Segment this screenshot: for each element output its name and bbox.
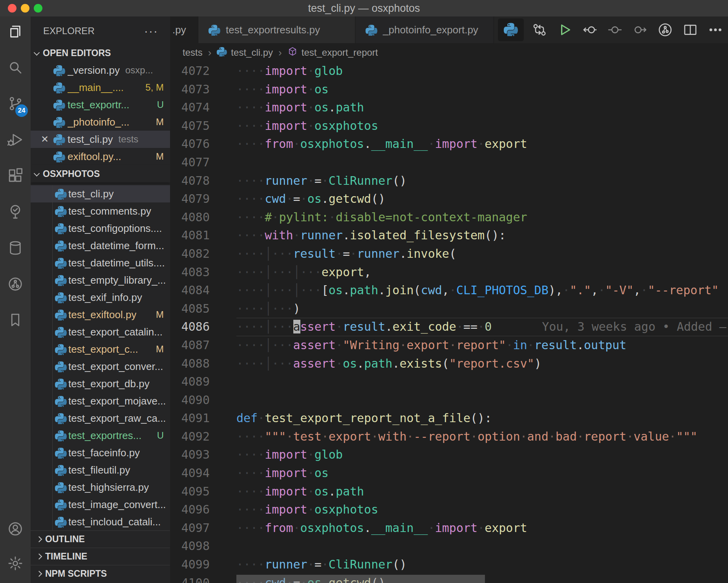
file-tree-item[interactable]: test_export_mojave... (31, 392, 170, 410)
file-tree-item[interactable]: test_fileutil.py (31, 461, 170, 479)
file-tree-item[interactable]: test_image_convert... (31, 496, 170, 513)
activity-search-icon[interactable] (6, 60, 25, 77)
code-line[interactable]: 4085····│···) (170, 300, 728, 318)
source-graph-icon[interactable] (653, 16, 678, 43)
code-line[interactable]: 4077 (170, 153, 728, 172)
file-tree-item[interactable]: test_exiftool.pyM (31, 306, 170, 323)
code-editor[interactable]: 4072····import·glob4073····import·os4074… (170, 62, 728, 583)
activity-tree-check-icon[interactable] (6, 204, 25, 221)
step-over-icon[interactable] (627, 16, 653, 43)
more-actions-icon[interactable] (703, 16, 728, 43)
minimize-window-button[interactable] (21, 4, 29, 13)
editor-tab[interactable]: test_exportresults.py (198, 16, 355, 43)
code-line[interactable]: 4087····│···assert·"Writing·export·repor… (170, 336, 728, 355)
record-dash-icon[interactable] (602, 16, 627, 43)
code-line[interactable]: 4090 (170, 391, 728, 410)
code-token: getcwd (329, 192, 371, 206)
file-tree-item[interactable]: test_incloud_catali... (31, 513, 170, 530)
activity-database-icon[interactable] (6, 240, 25, 257)
code-line[interactable]: 4092····"""·test·export·with·--report·op… (170, 428, 728, 446)
git-compare-icon[interactable] (527, 16, 552, 43)
code-token: ), (549, 283, 563, 297)
open-editor-item[interactable]: test_exportr...U (31, 96, 170, 113)
code-token: export (322, 265, 364, 279)
close-icon[interactable]: ✕ (41, 134, 49, 145)
activity-files-icon[interactable] (6, 24, 25, 41)
file-tree-item[interactable]: test_export_db.py (31, 375, 170, 392)
file-tree-item[interactable]: test_empty_library_... (31, 271, 170, 289)
code-line[interactable]: 4084····│···│···[os.path.join(cwd,·CLI_P… (170, 281, 728, 300)
code-line[interactable]: 4083····│···│···export, (170, 263, 728, 282)
file-tree-item[interactable]: test_export_raw_ca... (31, 410, 170, 427)
activity-graph-record-icon[interactable] (6, 276, 25, 293)
file-tree-item[interactable]: test_highsierra.py (31, 479, 170, 496)
breadcrumb-item[interactable]: test_cli.py (217, 46, 273, 59)
code-line[interactable]: 4089 (170, 373, 728, 391)
activity-settings-gear-icon[interactable] (6, 556, 25, 573)
code-token: ··· (272, 338, 293, 352)
file-tree-item[interactable]: test_export_c...M (31, 341, 170, 358)
code-line[interactable]: 4078····runner·=·CliRunner() (170, 172, 728, 190)
tree-check-icon (7, 204, 24, 222)
file-tree-item[interactable]: test_datetime_utils.... (31, 254, 170, 271)
code-line-content: ····│···assert·os.path.exists("report.cs… (236, 355, 728, 373)
close-window-button[interactable] (8, 4, 16, 13)
sidebar-section-timeline[interactable]: TIMELINE (31, 548, 170, 565)
code-line[interactable]: 4082····│···result·=·runner.invoke( (170, 245, 728, 263)
file-tree-item[interactable]: test_export_conver... (31, 358, 170, 375)
sidebar-section-npm-scripts[interactable]: NPM SCRIPTS (31, 565, 170, 582)
horizontal-scrollbar[interactable] (236, 575, 485, 583)
code-line[interactable]: 4093····import·glob (170, 446, 728, 464)
file-tree-item[interactable]: test_configoptions.... (31, 220, 170, 237)
open-editor-item[interactable]: ✕test_cli.pytests (31, 131, 170, 148)
code-line[interactable]: 4076····from·osxphotos.__main__·import·e… (170, 135, 728, 153)
code-line[interactable]: 4080····#·pylint:·disable=not-context-ma… (170, 208, 728, 227)
file-tree-item[interactable]: test_comments.py (31, 202, 170, 220)
activity-run-debug-icon[interactable] (6, 132, 25, 149)
code-line[interactable]: 4096····import·osxphotos (170, 501, 728, 519)
breadcrumb-item[interactable]: tests (183, 47, 203, 58)
file-tree-item[interactable]: test_faceinfo.py (31, 444, 170, 461)
code-line[interactable]: 4095····import·os.path (170, 483, 728, 501)
code-line[interactable]: 4086····│···assert·result.exit_code·==·0… (170, 318, 728, 336)
folder-section-header[interactable]: OSXPHOTOS (31, 165, 170, 182)
activity-account-icon[interactable] (6, 521, 25, 538)
editor-tab[interactable]: .py (170, 16, 198, 43)
code-line[interactable]: 4072····import·glob (170, 62, 728, 80)
open-editor-item[interactable]: _version.pyosxp... (31, 62, 170, 79)
python-environment-button[interactable] (498, 18, 524, 41)
split-editor-icon[interactable] (678, 16, 703, 43)
open-editors-section-header[interactable]: OPEN EDITORS (31, 44, 170, 62)
code-line[interactable]: 4081····with·runner.isolated_filesystem(… (170, 226, 728, 245)
editor-tab[interactable]: _photoinfo_export.py (355, 16, 494, 43)
file-tree-item[interactable]: test_exif_info.py (31, 289, 170, 306)
file-tree-item[interactable]: test_exportres...U (31, 427, 170, 444)
code-line[interactable]: 4099····runner·=·CliRunner() (170, 556, 728, 574)
code-line[interactable]: 4088····│···assert·os.path.exists("repor… (170, 355, 728, 373)
breadcrumb-item[interactable]: test_export_report (287, 46, 378, 59)
code-token: . (364, 137, 371, 151)
activity-bookmark-icon[interactable] (6, 312, 25, 330)
file-tree-item[interactable]: test_cli.py (31, 185, 170, 202)
activity-extensions-icon[interactable] (6, 168, 25, 185)
activity-source-control-icon[interactable]: 24 (6, 96, 25, 113)
sidebar-section-outline[interactable]: OUTLINE (31, 530, 170, 548)
code-line[interactable]: 4075····import·osxphotos (170, 117, 728, 135)
code-line[interactable]: 4091def·test_export_report_not_a_file(): (170, 409, 728, 428)
code-token: output (584, 338, 626, 352)
open-editor-item[interactable]: __main__....5, M (31, 79, 170, 96)
file-tree-item[interactable]: test_export_catalin... (31, 323, 170, 341)
open-editor-item[interactable]: exiftool.py...M (31, 148, 170, 165)
code-line[interactable]: 4098 (170, 537, 728, 556)
code-line[interactable]: 4079····cwd·=·os.getcwd() (170, 190, 728, 208)
open-editor-item[interactable]: _photoinfo_...M (31, 113, 170, 131)
zoom-window-button[interactable] (34, 4, 42, 13)
step-back-icon[interactable] (577, 16, 602, 43)
code-line[interactable]: 4094····import·os (170, 464, 728, 483)
code-line[interactable]: 4097····from·osxphotos.__main__·import·e… (170, 519, 728, 537)
code-line[interactable]: 4073····import·os (170, 80, 728, 99)
code-line[interactable]: 4074····import·os.path (170, 98, 728, 117)
explorer-more-actions-icon[interactable]: ··· (144, 24, 158, 38)
file-tree-item[interactable]: test_datetime_form... (31, 237, 170, 254)
run-file-icon[interactable] (552, 16, 577, 43)
